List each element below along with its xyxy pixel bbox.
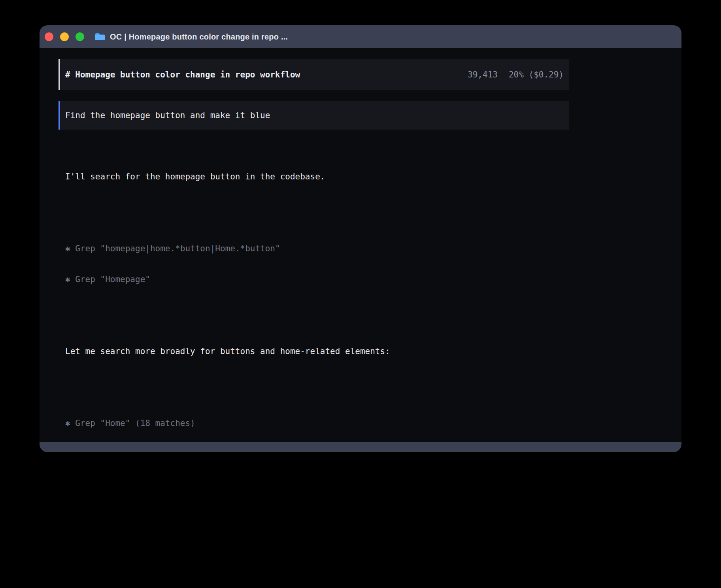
session-stats: 39,413 20% ($0.29) bbox=[468, 70, 564, 80]
token-count: 39,413 bbox=[468, 70, 498, 80]
tool-call-group: ✱ Grep "homepage|home.*button|Home.*butt… bbox=[65, 223, 569, 305]
session-title: # Homepage button color change in repo w… bbox=[65, 70, 300, 80]
title-bar: OC | Homepage button color change in rep… bbox=[40, 25, 681, 48]
folder-icon bbox=[94, 32, 106, 41]
terminal-content: # Homepage button color change in repo w… bbox=[40, 48, 681, 442]
conversation: I'll search for the homepage button in t… bbox=[65, 141, 569, 442]
user-message: Find the homepage button and make it blu… bbox=[59, 101, 569, 130]
traffic-lights bbox=[45, 32, 84, 41]
user-message-text: Find the homepage button and make it blu… bbox=[65, 110, 270, 121]
session-header: # Homepage button color change in repo w… bbox=[59, 59, 569, 90]
close-button[interactable] bbox=[45, 32, 53, 41]
context-usage: 20% ($0.29) bbox=[509, 70, 564, 80]
minimize-button[interactable] bbox=[60, 32, 69, 41]
terminal-window: OC | Homepage button color change in rep… bbox=[40, 25, 681, 452]
assistant-text: I'll search for the homepage button in t… bbox=[65, 172, 569, 182]
assistant-text: Let me search more broadly for buttons a… bbox=[65, 346, 569, 356]
window-title: OC | Homepage button color change in rep… bbox=[110, 32, 288, 41]
tool-call-grep: ✱ Grep "homepage|home.*button|Home.*butt… bbox=[65, 243, 569, 254]
tool-call-grep: ✱ Grep "Home" (18 matches) bbox=[65, 418, 569, 428]
tool-call-grep: ✱ Grep "Homepage" bbox=[65, 274, 569, 285]
tool-call-group: ✱ Grep "Home" (18 matches) ✱ Glob "**/*.… bbox=[65, 398, 569, 442]
zoom-button[interactable] bbox=[75, 32, 84, 41]
